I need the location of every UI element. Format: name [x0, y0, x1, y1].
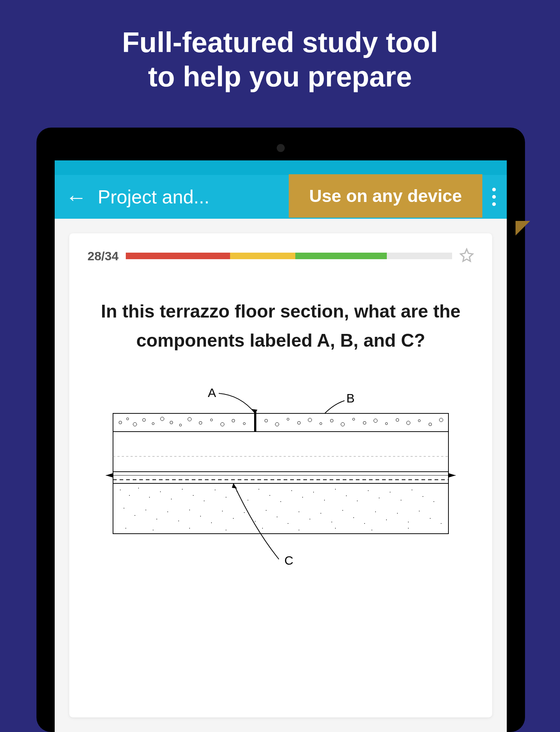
card-header: 28/34 [88, 248, 474, 264]
question-counter: 28/34 [88, 249, 118, 263]
diagram-label-c: C [284, 553, 293, 566]
svg-point-57 [258, 489, 259, 490]
svg-point-83 [222, 511, 223, 511]
svg-point-67 [368, 490, 369, 491]
svg-point-94 [342, 510, 343, 511]
tablet-frame: ← Project and... 28/34 [36, 128, 525, 732]
question-text: In this terrazzo floor section, what are… [88, 297, 474, 355]
svg-point-44 [120, 490, 121, 490]
svg-point-86 [255, 521, 256, 522]
headline-line2: to help you prepare [0, 60, 560, 94]
svg-point-100 [408, 522, 409, 522]
svg-point-54 [226, 497, 226, 498]
progress-bar [126, 253, 452, 259]
headline-line1: Full-featured study tool [0, 26, 560, 60]
svg-point-90 [299, 511, 299, 512]
tablet-camera [277, 144, 285, 152]
svg-point-46 [138, 488, 139, 488]
svg-point-92 [320, 513, 321, 514]
svg-point-102 [430, 518, 431, 519]
question-card: 28/34 In this terrazzo floor section, wh… [69, 233, 492, 717]
svg-point-50 [182, 489, 183, 490]
svg-point-58 [269, 495, 270, 496]
svg-point-63 [324, 500, 325, 501]
svg-point-51 [193, 495, 194, 496]
svg-point-62 [313, 492, 314, 492]
svg-point-110 [335, 528, 336, 529]
question-diagram: A B [88, 384, 474, 566]
svg-point-64 [335, 489, 336, 490]
svg-point-74 [124, 508, 124, 509]
svg-point-66 [357, 501, 358, 501]
svg-point-99 [397, 513, 398, 514]
svg-point-81 [200, 516, 201, 517]
content-area: 28/34 In this terrazzo floor section, wh… [55, 219, 507, 732]
svg-point-107 [226, 530, 226, 530]
diagram-label-a: A [208, 386, 216, 400]
svg-point-80 [189, 510, 190, 510]
svg-point-87 [266, 510, 267, 511]
svg-point-48 [160, 491, 161, 492]
svg-point-104 [125, 528, 126, 529]
svg-point-73 [433, 501, 434, 502]
progress-segment-green [295, 253, 387, 259]
svg-point-103 [441, 523, 442, 524]
svg-point-59 [280, 501, 281, 502]
svg-point-105 [153, 530, 153, 530]
back-arrow-icon[interactable]: ← [66, 185, 87, 209]
svg-point-95 [353, 517, 354, 518]
svg-point-108 [262, 528, 263, 529]
svg-point-77 [156, 519, 157, 519]
svg-point-68 [379, 498, 380, 498]
svg-point-101 [419, 511, 420, 511]
svg-point-111 [372, 530, 372, 530]
svg-point-93 [331, 522, 332, 522]
svg-point-97 [375, 511, 376, 512]
tablet-screen: ← Project and... 28/34 [55, 160, 507, 732]
svg-point-106 [189, 528, 190, 529]
favorite-star-icon[interactable] [459, 248, 474, 264]
svg-point-45 [129, 495, 130, 496]
svg-point-70 [401, 500, 401, 501]
more-menu-icon[interactable] [492, 188, 496, 206]
marketing-headline: Full-featured study tool to help you pre… [0, 0, 560, 94]
svg-point-89 [288, 523, 288, 524]
svg-marker-41 [448, 473, 456, 478]
svg-point-76 [145, 510, 146, 510]
svg-marker-40 [106, 473, 113, 478]
svg-point-82 [211, 522, 212, 523]
svg-point-78 [167, 511, 168, 512]
callout-badge: Use on any device [289, 174, 482, 218]
svg-point-49 [171, 499, 172, 499]
svg-point-88 [277, 517, 277, 517]
svg-point-52 [204, 501, 205, 501]
svg-rect-4 [113, 413, 448, 432]
svg-point-98 [386, 519, 387, 520]
svg-point-56 [248, 500, 248, 501]
svg-point-47 [149, 497, 150, 498]
svg-point-69 [390, 492, 390, 492]
status-bar [55, 160, 507, 175]
callout-fold [516, 221, 530, 235]
svg-rect-43 [113, 483, 448, 534]
svg-point-75 [135, 515, 135, 516]
svg-point-79 [178, 521, 179, 521]
svg-point-112 [408, 528, 409, 529]
svg-point-61 [302, 497, 303, 498]
svg-point-53 [215, 490, 215, 490]
progress-segment-yellow [230, 253, 295, 259]
svg-point-60 [291, 490, 292, 491]
svg-point-84 [233, 518, 234, 519]
svg-point-109 [299, 530, 299, 530]
svg-rect-37 [113, 432, 448, 472]
svg-point-71 [412, 490, 412, 490]
svg-point-72 [423, 496, 423, 497]
svg-point-65 [346, 495, 347, 496]
progress-segment-red [126, 253, 230, 259]
svg-point-96 [364, 523, 365, 524]
diagram-label-b: B [346, 391, 355, 405]
svg-point-91 [310, 519, 310, 519]
svg-point-85 [244, 512, 245, 513]
